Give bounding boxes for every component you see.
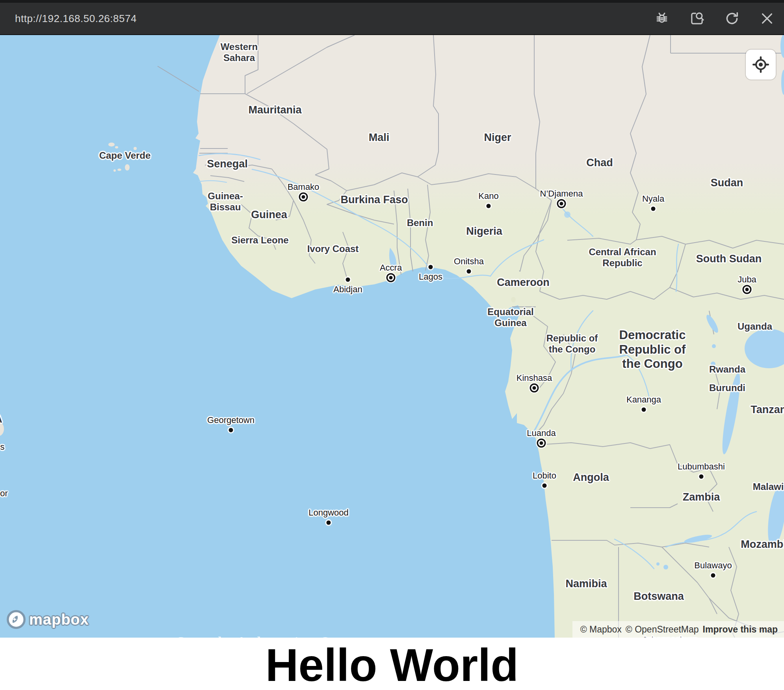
mapbox-logo[interactable]: mapbox: [6, 609, 89, 630]
page-content: Hello World: [0, 638, 784, 690]
geolocate-button[interactable]: [746, 50, 776, 80]
page-title: Hello World: [266, 640, 518, 688]
browser-top-bar: http://192.168.50.26:8574: [0, 0, 784, 35]
bug-icon[interactable]: [654, 10, 670, 27]
attribution-mapbox-link[interactable]: © Mapbox: [580, 624, 622, 635]
attribution-improve-link[interactable]: Improve this map: [703, 624, 778, 635]
map-canvas[interactable]: WesternSaharaMauritaniaCape VerdeSenegal…: [0, 35, 784, 638]
browser-actions: [654, 10, 784, 27]
mapbox-logo-icon: [6, 610, 26, 629]
reload-icon[interactable]: [724, 10, 740, 27]
address-bar[interactable]: http://192.168.50.26:8574: [15, 13, 137, 25]
close-icon[interactable]: [759, 10, 775, 27]
map-attribution: © Mapbox © OpenStreetMap Improve this ma…: [572, 621, 784, 638]
map-terrain: [0, 35, 784, 638]
mapbox-wordmark: mapbox: [29, 611, 89, 628]
geolocate-icon: [751, 55, 771, 74]
inspect-page-icon[interactable]: [689, 10, 705, 27]
attribution-osm-link[interactable]: © OpenStreetMap: [626, 624, 699, 635]
